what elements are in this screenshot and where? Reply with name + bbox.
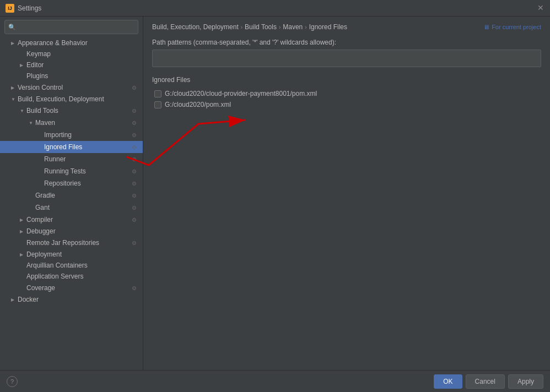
sidebar-item-ignored-files[interactable]: Ignored Files ⚙: [0, 141, 143, 153]
sidebar-item-build-execution-deployment[interactable]: ▼ Build, Execution, Deployment: [0, 94, 143, 105]
bottom-right: OK Cancel Apply: [434, 374, 543, 389]
sidebar-item-debugger[interactable]: ▶ Debugger: [0, 226, 143, 237]
sidebar-item-keymap[interactable]: Keymap: [0, 48, 143, 59]
settings-icon: ⚙: [130, 203, 138, 212]
for-project-link[interactable]: 🖥 For current project: [483, 24, 541, 30]
sidebar-item-label: Version Control: [18, 84, 130, 91]
breadcrumb-item-build: Build, Execution, Deployment: [152, 23, 239, 31]
settings-icon: ⚙: [130, 167, 138, 176]
file-list: G:/cloud2020/cloud-provider-payment8001/…: [152, 88, 541, 363]
file-item-1: G:/cloud2020/cloud-provider-payment8001/…: [152, 88, 541, 99]
sidebar-item-appearance-behavior[interactable]: ▶ Appearance & Behavior: [0, 37, 143, 48]
sidebar-item-application-servers[interactable]: Application Servers: [0, 271, 143, 282]
sidebar-item-label: Editor: [26, 61, 138, 69]
breadcrumb-item-build-tools: Build Tools: [245, 23, 277, 31]
sidebar-item-label: Compiler: [26, 216, 130, 224]
title-bar: IJ Settings ✕: [0, 0, 550, 17]
expand-arrow: ▶: [11, 297, 18, 302]
sidebar-item-gradle[interactable]: Gradle ⚙: [0, 189, 143, 202]
sidebar-item-label: Build Tools: [26, 107, 130, 115]
path-patterns-label: Path patterns (comma-separated, '*' and …: [152, 39, 541, 46]
breadcrumb: Build, Execution, Deployment › Build Too…: [152, 23, 541, 31]
breadcrumb-item-current: Ignored Files: [309, 23, 347, 31]
close-button[interactable]: ✕: [536, 3, 546, 13]
settings-icon: ⚙: [130, 130, 138, 139]
sidebar-item-editor[interactable]: ▶ Editor: [0, 59, 143, 70]
sidebar-item-label: Keymap: [26, 50, 138, 58]
settings-icon: ⚙: [130, 191, 138, 200]
bottom-bar: ? OK Cancel Apply: [0, 370, 550, 392]
apply-button[interactable]: Apply: [508, 374, 543, 389]
sidebar-item-label: Maven: [35, 119, 130, 127]
file-path-2: G:/cloud2020/pom.xml: [165, 101, 231, 108]
sidebar-item-label: Plugins: [26, 72, 138, 80]
sidebar-item-arquillian-containers[interactable]: Arquillian Containers: [0, 260, 143, 271]
cancel-button[interactable]: Cancel: [466, 374, 505, 389]
sidebar-item-maven[interactable]: ▼ Maven ⚙: [0, 117, 143, 129]
sidebar-item-gant[interactable]: Gant ⚙: [0, 202, 143, 214]
expand-arrow: ▶: [20, 217, 26, 222]
window-title: Settings: [18, 4, 41, 12]
sidebar-item-label: Gradle: [35, 192, 130, 199]
sidebar: 🔍 ▶ Appearance & Behavior Keymap ▶ Edito…: [0, 17, 143, 370]
settings-icon: ⚙: [130, 155, 138, 164]
ignored-files-title: Ignored Files: [152, 76, 541, 84]
sidebar-item-label: Docker: [18, 296, 138, 303]
breadcrumb-path: Build, Execution, Deployment › Build Too…: [152, 23, 347, 31]
for-project-label: For current project: [492, 24, 541, 30]
path-patterns-input[interactable]: [152, 50, 541, 67]
sidebar-item-label: Coverage: [26, 284, 130, 292]
settings-icon: ⚙: [130, 143, 138, 151]
sidebar-item-version-control[interactable]: ▶ Version Control ⚙: [0, 81, 143, 94]
expand-arrow: ▼: [11, 97, 18, 102]
sidebar-item-runner[interactable]: Runner ⚙: [0, 153, 143, 165]
sidebar-item-label: Debugger: [26, 227, 138, 235]
sidebar-item-plugins[interactable]: Plugins: [0, 70, 143, 81]
search-icon: 🔍: [8, 24, 16, 31]
sidebar-item-coverage[interactable]: Coverage ⚙: [0, 282, 143, 294]
bottom-left: ?: [7, 376, 18, 387]
sidebar-item-docker[interactable]: ▶ Docker: [0, 294, 143, 305]
ok-button[interactable]: OK: [434, 374, 462, 389]
sidebar-item-label: Gant: [35, 204, 130, 211]
file-checkbox-1[interactable]: [154, 90, 161, 97]
expand-arrow: ▶: [11, 41, 18, 46]
sidebar-item-label: Ignored Files: [44, 143, 130, 151]
file-checkbox-2[interactable]: [154, 101, 161, 108]
sidebar-item-build-tools[interactable]: ▼ Build Tools ⚙: [0, 105, 143, 117]
sidebar-item-compiler[interactable]: ▶ Compiler ⚙: [0, 214, 143, 226]
sidebar-item-running-tests[interactable]: Running Tests ⚙: [0, 165, 143, 177]
settings-icon: ⚙: [130, 83, 138, 92]
expand-arrow: ▶: [20, 229, 26, 234]
breadcrumb-sep: ›: [305, 24, 306, 30]
sidebar-item-label: Running Tests: [44, 167, 130, 175]
settings-icon: ⚙: [130, 118, 138, 127]
help-button[interactable]: ?: [7, 376, 18, 387]
breadcrumb-sep: ›: [279, 24, 281, 30]
breadcrumb-item-maven: Maven: [283, 23, 303, 31]
app-icon: IJ: [6, 4, 14, 13]
sidebar-item-label: Build, Execution, Deployment: [18, 95, 138, 103]
sidebar-item-label: Repositories: [44, 179, 130, 187]
help-label: ?: [10, 378, 14, 385]
main-layout: 🔍 ▶ Appearance & Behavior Keymap ▶ Edito…: [0, 17, 550, 370]
search-box[interactable]: 🔍: [4, 20, 138, 34]
file-path-1: G:/cloud2020/cloud-provider-payment8001/…: [165, 90, 317, 97]
file-item-2: G:/cloud2020/pom.xml: [152, 99, 541, 110]
expand-arrow: ▼: [29, 121, 35, 126]
search-input[interactable]: [18, 23, 134, 31]
sidebar-item-repositories[interactable]: Repositories ⚙: [0, 177, 143, 189]
expand-arrow: ▼: [20, 108, 26, 113]
sidebar-item-label: Deployment: [26, 251, 138, 258]
sidebar-item-importing[interactable]: Importing ⚙: [0, 129, 143, 141]
settings-icon: ⚙: [130, 238, 138, 247]
sidebar-item-deployment[interactable]: ▶ Deployment: [0, 249, 143, 260]
right-panel: Build, Execution, Deployment › Build Too…: [143, 17, 550, 370]
sidebar-item-label: Appearance & Behavior: [18, 39, 138, 47]
sidebar-item-label: Arquillian Containers: [26, 262, 138, 269]
sidebar-item-label: Application Servers: [26, 273, 138, 280]
sidebar-item-remote-jar-repositories[interactable]: Remote Jar Repositories ⚙: [0, 237, 143, 249]
settings-icon: ⚙: [130, 106, 138, 115]
sidebar-item-label: Runner: [44, 155, 130, 163]
settings-icon: ⚙: [130, 215, 138, 224]
